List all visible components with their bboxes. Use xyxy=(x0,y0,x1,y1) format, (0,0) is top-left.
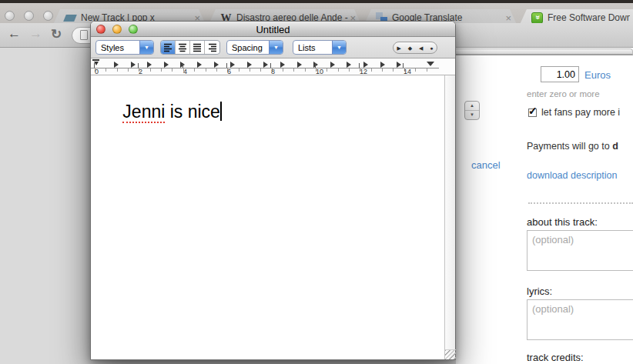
let-fans-pay-checkbox[interactable]: ✓ xyxy=(528,109,537,117)
checkmark-icon: ✓ xyxy=(528,105,538,117)
lyrics-textarea[interactable] xyxy=(527,299,633,340)
price-input[interactable] xyxy=(541,66,579,82)
left-margin-marker[interactable] xyxy=(92,59,99,61)
browser-minimize-button[interactable] xyxy=(24,11,34,21)
reload-button[interactable]: ↻ xyxy=(51,26,62,42)
lyrics-label: lyrics: xyxy=(527,286,552,297)
spacing-dropdown[interactable]: Spacing ▼ xyxy=(226,40,283,55)
tab-stop-marker[interactable] xyxy=(263,62,268,68)
browser-zoom-button[interactable] xyxy=(43,11,53,21)
tab-stop-marker[interactable] xyxy=(214,62,219,68)
tab-stop-marker[interactable] xyxy=(230,62,235,68)
alignment-button-group xyxy=(160,40,220,55)
align-left-icon xyxy=(163,43,172,52)
tab-stop-marker[interactable] xyxy=(164,62,169,68)
document-text[interactable]: is nice xyxy=(165,102,220,122)
tab-stop-marker[interactable] xyxy=(380,62,385,68)
bandcamp-favicon-icon xyxy=(65,12,76,24)
tab-stop-marker[interactable] xyxy=(247,62,252,68)
tab-title: Free Software Downloa xyxy=(548,12,630,23)
tab-stop-marker[interactable] xyxy=(297,62,302,68)
decimal-tab-icon[interactable]: ● xyxy=(430,45,433,51)
lists-dropdown[interactable]: Lists ▼ xyxy=(293,40,347,55)
tab-stop-marker[interactable] xyxy=(147,62,152,68)
section-divider xyxy=(528,202,633,204)
misspelled-word[interactable]: Jenni xyxy=(122,102,165,123)
tab-close-icon[interactable]: × xyxy=(505,13,511,23)
tab-stop-marker[interactable] xyxy=(197,62,202,68)
ruler-number: 0 xyxy=(95,68,99,75)
payments-recipient: d xyxy=(612,141,618,152)
browser-close-button[interactable] xyxy=(5,11,15,21)
vertical-scrollbar[interactable] xyxy=(444,75,455,359)
center-tab-icon[interactable]: ◆ xyxy=(408,45,412,51)
page-section-header-bar xyxy=(428,48,633,55)
ruler-ticks xyxy=(95,68,434,72)
about-track-textarea[interactable] xyxy=(527,230,633,271)
right-tab-icon[interactable]: ▶ xyxy=(397,45,400,51)
document-text-area[interactable]: Jenni is nice xyxy=(91,75,444,359)
back-button[interactable]: ← xyxy=(8,26,21,42)
tab-stop-marker[interactable] xyxy=(313,62,318,68)
currency-link[interactable]: Euros xyxy=(584,69,611,81)
stepper-down-icon[interactable]: ▼ xyxy=(465,110,479,119)
tab-stop-marker[interactable] xyxy=(330,62,335,68)
ruler-number: 6 xyxy=(227,68,231,75)
download-description-link[interactable]: download description xyxy=(527,170,617,181)
textedit-window: Untitled Styles ▼ xyxy=(90,21,456,360)
ruler-number: 4 xyxy=(183,68,187,75)
ruler-number: 14 xyxy=(404,68,411,75)
align-justify-icon xyxy=(193,43,202,52)
tab-stop-marker[interactable] xyxy=(363,62,368,68)
about-track-label: about this track: xyxy=(527,216,598,228)
price-hint: enter zero or more xyxy=(527,89,600,99)
ruler-number: 12 xyxy=(360,68,367,75)
align-center-button[interactable] xyxy=(176,41,190,54)
tab-stop-marker[interactable] xyxy=(114,62,119,68)
left-tab-icon[interactable]: ◀ xyxy=(419,45,423,51)
align-right-icon xyxy=(208,43,217,52)
track-credits-label: track credits: xyxy=(527,352,584,363)
tab-stop-marker[interactable] xyxy=(280,62,285,68)
quantity-stepper[interactable]: ▲ ▼ xyxy=(464,101,480,120)
ruler-number: 10 xyxy=(316,68,323,75)
softonic-favicon-icon: » xyxy=(531,12,543,24)
page-icon xyxy=(80,30,88,40)
textedit-ruler[interactable]: 0 2 4 6 8 10 12 14 xyxy=(91,58,455,75)
tab-stop-well[interactable]: ▶ ◆ ◀ ● xyxy=(393,42,437,54)
tab-stop-marker[interactable] xyxy=(347,62,351,68)
text-cursor xyxy=(220,102,222,121)
resize-grip[interactable] xyxy=(445,349,456,359)
right-margin-marker[interactable] xyxy=(427,62,434,66)
forward-button[interactable]: → xyxy=(29,26,42,42)
let-fans-pay-label: let fans pay more i xyxy=(541,107,633,118)
ruler-number: 2 xyxy=(139,68,142,75)
chevron-down-icon: ▼ xyxy=(332,41,346,54)
chevron-down-icon: ▼ xyxy=(139,41,153,54)
align-left-button[interactable] xyxy=(161,41,176,54)
stepper-up-icon[interactable]: ▲ xyxy=(465,102,479,110)
tab-stop-marker[interactable] xyxy=(131,62,136,68)
chevron-down-icon: ▼ xyxy=(269,41,283,54)
cancel-link[interactable]: cancel xyxy=(471,159,501,171)
textedit-titlebar[interactable]: Untitled xyxy=(91,22,455,37)
align-right-button[interactable] xyxy=(205,41,219,54)
payments-text: Payments will go to d xyxy=(527,141,618,152)
textedit-toolbar: Styles ▼ xyxy=(91,37,455,58)
window-title: Untitled xyxy=(91,24,455,35)
align-center-icon xyxy=(178,43,187,52)
styles-dropdown[interactable]: Styles ▼ xyxy=(95,40,154,55)
align-justify-button[interactable] xyxy=(190,41,205,54)
ruler-number: 8 xyxy=(271,68,275,75)
tab-stop-marker[interactable] xyxy=(397,62,401,68)
